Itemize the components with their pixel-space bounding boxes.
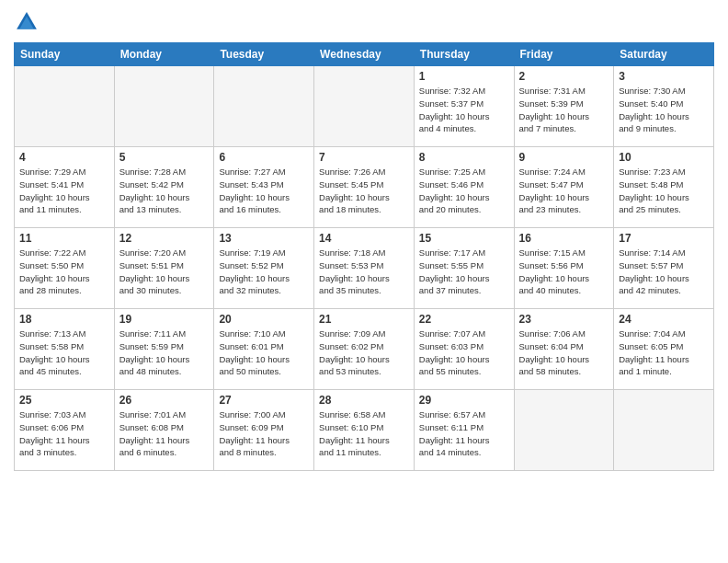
day-number: 4: [19, 151, 109, 164]
day-info: Sunrise: 7:18 AM Sunset: 5:53 PM Dayligh…: [319, 247, 409, 297]
day-cell: 19Sunrise: 7:11 AM Sunset: 5:59 PM Dayli…: [114, 309, 214, 390]
week-row-4: 18Sunrise: 7:13 AM Sunset: 5:58 PM Dayli…: [15, 309, 714, 390]
calendar-page: SundayMondayTuesdayWednesdayThursdayFrid…: [0, 0, 728, 563]
day-cell: [114, 66, 214, 147]
day-info: Sunrise: 7:30 AM Sunset: 5:40 PM Dayligh…: [619, 85, 709, 135]
day-info: Sunrise: 7:29 AM Sunset: 5:41 PM Dayligh…: [19, 166, 109, 216]
day-cell: 22Sunrise: 7:07 AM Sunset: 6:03 PM Dayli…: [414, 309, 514, 390]
day-cell: 25Sunrise: 7:03 AM Sunset: 6:06 PM Dayli…: [15, 390, 115, 471]
day-cell: 17Sunrise: 7:14 AM Sunset: 5:57 PM Dayli…: [614, 228, 714, 309]
day-number: 2: [519, 70, 609, 83]
day-info: Sunrise: 7:17 AM Sunset: 5:55 PM Dayligh…: [419, 247, 509, 297]
day-info: Sunrise: 7:31 AM Sunset: 5:39 PM Dayligh…: [519, 85, 609, 135]
day-info: Sunrise: 7:14 AM Sunset: 5:57 PM Dayligh…: [619, 247, 709, 297]
day-info: Sunrise: 7:20 AM Sunset: 5:51 PM Dayligh…: [119, 247, 210, 297]
day-cell: [514, 390, 614, 471]
day-cell: 15Sunrise: 7:17 AM Sunset: 5:55 PM Dayli…: [414, 228, 514, 309]
day-info: Sunrise: 7:13 AM Sunset: 5:58 PM Dayligh…: [19, 327, 109, 378]
day-cell: [614, 390, 714, 471]
day-number: 25: [19, 394, 109, 407]
day-cell: 7Sunrise: 7:26 AM Sunset: 5:45 PM Daylig…: [314, 147, 415, 228]
logo: [14, 9, 43, 35]
week-row-5: 25Sunrise: 7:03 AM Sunset: 6:06 PM Dayli…: [15, 390, 714, 471]
day-number: 28: [319, 394, 409, 407]
day-info: Sunrise: 7:24 AM Sunset: 5:47 PM Dayligh…: [519, 166, 609, 216]
day-cell: 26Sunrise: 7:01 AM Sunset: 6:08 PM Dayli…: [114, 390, 214, 471]
day-number: 26: [119, 394, 210, 407]
day-cell: [214, 66, 314, 147]
logo-icon: [14, 9, 40, 35]
week-row-3: 11Sunrise: 7:22 AM Sunset: 5:50 PM Dayli…: [15, 228, 714, 309]
day-number: 19: [119, 313, 210, 326]
day-cell: 6Sunrise: 7:27 AM Sunset: 5:43 PM Daylig…: [214, 147, 314, 228]
day-cell: 13Sunrise: 7:19 AM Sunset: 5:52 PM Dayli…: [214, 228, 314, 309]
day-cell: 21Sunrise: 7:09 AM Sunset: 6:02 PM Dayli…: [314, 309, 415, 390]
day-cell: 11Sunrise: 7:22 AM Sunset: 5:50 PM Dayli…: [15, 228, 115, 309]
day-info: Sunrise: 7:19 AM Sunset: 5:52 PM Dayligh…: [219, 247, 309, 297]
day-info: Sunrise: 7:03 AM Sunset: 6:06 PM Dayligh…: [19, 408, 109, 459]
day-cell: 23Sunrise: 7:06 AM Sunset: 6:04 PM Dayli…: [514, 309, 614, 390]
day-info: Sunrise: 7:15 AM Sunset: 5:56 PM Dayligh…: [519, 247, 609, 297]
day-info: Sunrise: 7:10 AM Sunset: 6:01 PM Dayligh…: [219, 327, 309, 378]
day-number: 10: [619, 151, 709, 164]
day-number: 22: [419, 313, 509, 326]
day-cell: 8Sunrise: 7:25 AM Sunset: 5:46 PM Daylig…: [414, 147, 514, 228]
day-number: 1: [419, 70, 509, 83]
day-cell: 4Sunrise: 7:29 AM Sunset: 5:41 PM Daylig…: [15, 147, 115, 228]
day-cell: 12Sunrise: 7:20 AM Sunset: 5:51 PM Dayli…: [114, 228, 214, 309]
day-info: Sunrise: 7:26 AM Sunset: 5:45 PM Dayligh…: [319, 166, 409, 216]
week-row-2: 4Sunrise: 7:29 AM Sunset: 5:41 PM Daylig…: [15, 147, 714, 228]
day-number: 23: [519, 313, 609, 326]
day-info: Sunrise: 7:06 AM Sunset: 6:04 PM Dayligh…: [519, 327, 609, 378]
day-number: 9: [519, 151, 609, 164]
week-row-1: 1Sunrise: 7:32 AM Sunset: 5:37 PM Daylig…: [15, 66, 714, 147]
day-info: Sunrise: 7:28 AM Sunset: 5:42 PM Dayligh…: [119, 166, 210, 216]
day-cell: 28Sunrise: 6:58 AM Sunset: 6:10 PM Dayli…: [314, 390, 415, 471]
day-cell: [15, 66, 115, 147]
day-number: 12: [119, 232, 210, 245]
day-info: Sunrise: 7:11 AM Sunset: 5:59 PM Dayligh…: [119, 327, 210, 378]
day-cell: 18Sunrise: 7:13 AM Sunset: 5:58 PM Dayli…: [15, 309, 115, 390]
day-number: 20: [219, 313, 309, 326]
day-number: 15: [419, 232, 509, 245]
day-info: Sunrise: 7:23 AM Sunset: 5:48 PM Dayligh…: [619, 166, 709, 216]
day-info: Sunrise: 7:09 AM Sunset: 6:02 PM Dayligh…: [319, 327, 409, 378]
day-cell: 14Sunrise: 7:18 AM Sunset: 5:53 PM Dayli…: [314, 228, 415, 309]
day-number: 3: [619, 70, 709, 83]
day-info: Sunrise: 7:25 AM Sunset: 5:46 PM Dayligh…: [419, 166, 509, 216]
day-number: 14: [319, 232, 409, 245]
day-cell: 5Sunrise: 7:28 AM Sunset: 5:42 PM Daylig…: [114, 147, 214, 228]
day-info: Sunrise: 7:01 AM Sunset: 6:08 PM Dayligh…: [119, 408, 210, 459]
day-header-monday: Monday: [114, 43, 214, 66]
day-number: 6: [219, 151, 309, 164]
day-cell: 2Sunrise: 7:31 AM Sunset: 5:39 PM Daylig…: [514, 66, 614, 147]
day-cell: 16Sunrise: 7:15 AM Sunset: 5:56 PM Dayli…: [514, 228, 614, 309]
day-cell: 24Sunrise: 7:04 AM Sunset: 6:05 PM Dayli…: [614, 309, 714, 390]
header: [14, 9, 714, 35]
day-header-wednesday: Wednesday: [314, 43, 415, 66]
day-info: Sunrise: 7:22 AM Sunset: 5:50 PM Dayligh…: [19, 247, 109, 297]
day-info: Sunrise: 7:27 AM Sunset: 5:43 PM Dayligh…: [219, 166, 309, 216]
day-number: 13: [219, 232, 309, 245]
day-cell: 3Sunrise: 7:30 AM Sunset: 5:40 PM Daylig…: [614, 66, 714, 147]
day-number: 21: [319, 313, 409, 326]
day-info: Sunrise: 6:58 AM Sunset: 6:10 PM Dayligh…: [319, 408, 409, 459]
header-row: SundayMondayTuesdayWednesdayThursdayFrid…: [15, 43, 714, 66]
day-number: 27: [219, 394, 309, 407]
day-info: Sunrise: 6:57 AM Sunset: 6:11 PM Dayligh…: [419, 408, 509, 459]
day-info: Sunrise: 7:07 AM Sunset: 6:03 PM Dayligh…: [419, 327, 509, 378]
day-cell: 10Sunrise: 7:23 AM Sunset: 5:48 PM Dayli…: [614, 147, 714, 228]
day-header-tuesday: Tuesday: [214, 43, 314, 66]
day-number: 24: [619, 313, 709, 326]
day-number: 16: [519, 232, 609, 245]
day-header-saturday: Saturday: [614, 43, 714, 66]
day-number: 8: [419, 151, 509, 164]
day-info: Sunrise: 7:32 AM Sunset: 5:37 PM Dayligh…: [419, 85, 509, 135]
day-number: 11: [19, 232, 109, 245]
day-header-friday: Friday: [514, 43, 614, 66]
day-info: Sunrise: 7:00 AM Sunset: 6:09 PM Dayligh…: [219, 408, 309, 459]
day-number: 5: [119, 151, 210, 164]
day-cell: 27Sunrise: 7:00 AM Sunset: 6:09 PM Dayli…: [214, 390, 314, 471]
day-header-thursday: Thursday: [414, 43, 514, 66]
day-cell: 20Sunrise: 7:10 AM Sunset: 6:01 PM Dayli…: [214, 309, 314, 390]
